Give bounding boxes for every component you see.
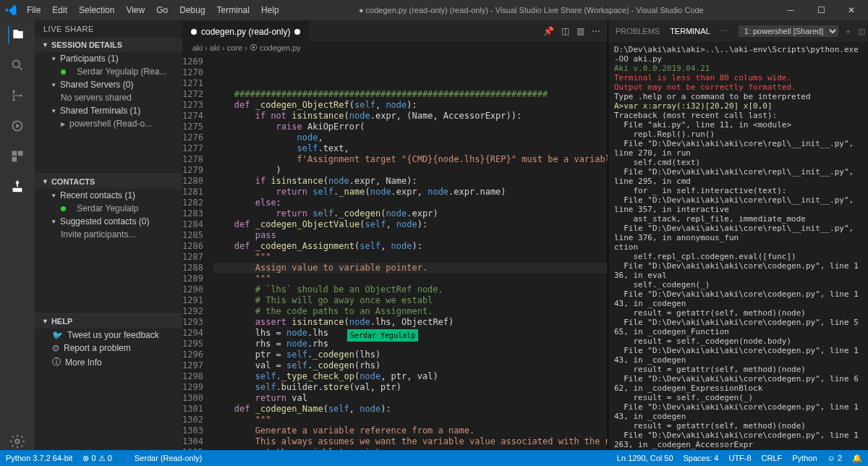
extensions-icon[interactable] [9,148,26,165]
status-bar: Python 3.7.2 64-bit ⊗ 0 ⚠ 0 👤 Serdar (Re… [0,450,868,466]
terminal-shell-select[interactable]: 1: powershell [Shared] [739,25,838,37]
source-control-icon[interactable] [9,87,26,104]
status-spaces[interactable]: Spaces: 4 [684,454,719,462]
svg-point-8 [15,439,20,444]
settings-icon[interactable] [9,433,26,450]
status-cursor[interactable]: Ln 1290, Col 50 [617,454,673,462]
section-help[interactable]: ▼HELP [35,313,182,329]
menu-debug[interactable]: Debug [174,3,210,17]
menu-help[interactable]: Help [256,3,284,17]
servers-item[interactable]: ▾Shared Servers (0) [35,78,182,91]
status-encoding[interactable]: UTF-8 [728,454,751,462]
help-report[interactable]: ⊙ Report a problem [35,342,182,355]
recent-contacts[interactable]: ▾Recent contacts (1) [35,189,182,202]
status-eol[interactable]: CRLF [762,454,783,462]
close-button[interactable]: ✕ [839,5,864,15]
svg-point-0 [12,60,20,67]
modified-dot-icon [191,29,197,35]
editor-tabs: codegen.py (read-only) 📌 ◫ ▥ ⋯ [182,20,608,42]
menu-bar: File Edit Selection View Go Debug Termin… [22,3,284,17]
collab-cursor-badge: Serdar Yegulalp [347,329,418,342]
svg-rect-5 [12,151,17,156]
minimize-button[interactable]: ─ [778,5,803,15]
explorer-icon[interactable] [8,26,25,43]
title-bar: File Edit Selection View Go Debug Termin… [0,0,868,20]
editor-group: codegen.py (read-only) 📌 ◫ ▥ ⋯ aki › aki… [182,20,608,450]
status-python[interactable]: Python 3.7.2 64-bit [6,454,72,462]
svg-rect-6 [18,151,23,156]
split-icon[interactable]: ◫ [561,26,569,36]
close-tab-dot[interactable] [294,29,300,35]
help-tweet[interactable]: 🐦 Tweet us your feedback [35,329,182,342]
tab-codegen[interactable]: codegen.py (read-only) [182,20,309,42]
liveshare-icon[interactable] [9,178,26,195]
help-more[interactable]: ⓘ More Info [35,355,182,370]
terminal-shared[interactable]: ▸ powershell (Read-o... [35,117,182,130]
debug-icon[interactable] [9,117,26,135]
split-right-icon[interactable]: ▥ [576,26,584,36]
status-liveshare[interactable]: 👤 Serdar (Read-only) [122,454,203,463]
maximize-button[interactable]: ☐ [809,5,833,15]
menu-edit[interactable]: Edit [47,3,72,17]
panel-more-icon[interactable]: ⋯ [720,27,728,36]
svg-point-1 [12,90,14,93]
pin-icon[interactable]: 📌 [543,26,554,36]
svg-point-3 [20,94,22,96]
panel-tab-terminal[interactable]: TERMINAL [670,27,710,35]
participant-user[interactable]: Serdar Yegulalp (Rea... [35,65,182,78]
terminals-item[interactable]: ▾Shared Terminals (1) [35,104,182,117]
line-gutter: 1269127012711272127312741275127612771278… [182,56,213,450]
svg-point-2 [12,98,14,101]
split-terminal-icon[interactable]: ◫ [858,27,865,36]
panel-tabs: PROBLEMS TERMINAL ⋯ 1: powershell [Share… [608,20,868,42]
suggested-contacts[interactable]: ▾Suggested contacts (0) [35,215,182,228]
section-contacts[interactable]: ▼CONTACTS [35,174,182,189]
menu-selection[interactable]: Selection [74,3,119,17]
sidebar-title: LIVE SHARE [35,20,182,38]
status-errors[interactable]: ⊗ 0 ⚠ 0 [82,454,111,463]
contact-user[interactable]: Serdar Yegulalp [35,202,182,215]
menu-view[interactable]: View [121,3,150,17]
code-lines[interactable]: Serdar Yegulalp ########################… [213,56,608,450]
breadcrumb[interactable]: aki › aki › core › ⦿ codegen.py [182,42,608,56]
activity-bar [0,20,35,450]
menu-file[interactable]: File [22,3,46,17]
sidebar: LIVE SHARE ▼SESSION DETAILS ▾Participant… [35,20,182,450]
invite-participants[interactable]: Invite participants... [35,228,182,241]
servers-empty: No servers shared [35,91,182,104]
status-lang[interactable]: Python [792,454,817,462]
participants-item[interactable]: ▾Participants (1) [35,52,182,65]
status-bell-icon[interactable]: 🔔 [852,454,862,463]
section-session[interactable]: ▼SESSION DETAILS [35,38,182,52]
code-editor[interactable]: 1269127012711272127312741275127612771278… [182,56,608,450]
svg-rect-7 [12,157,17,162]
panel-tab-problems[interactable]: PROBLEMS [616,27,660,35]
status-feedback[interactable]: ☺ 2 [827,454,842,462]
terminal-output[interactable]: D:\Dev\aki\aki\aki>..\..\aki-env\Scripts… [608,42,868,450]
more-icon[interactable]: ⋯ [592,26,600,36]
new-terminal-icon[interactable]: ＋ [844,26,852,37]
search-icon[interactable] [9,56,26,74]
menu-go[interactable]: Go [151,3,173,17]
panel: PROBLEMS TERMINAL ⋯ 1: powershell [Share… [608,20,868,450]
menu-terminal[interactable]: Terminal [212,3,255,17]
vscode-logo-icon [4,4,17,17]
window-title: ● codegen.py (read-only) (read-only) - V… [284,6,778,14]
